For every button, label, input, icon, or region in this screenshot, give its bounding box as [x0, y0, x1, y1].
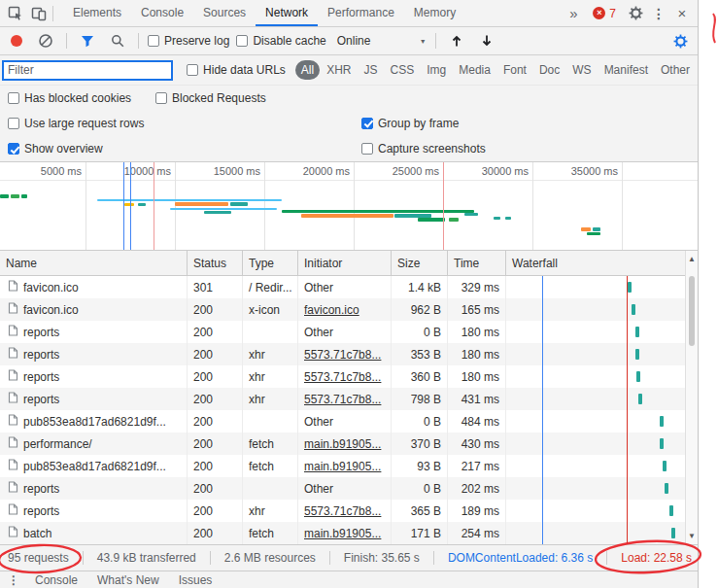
device-toolbar-icon[interactable] [27, 3, 51, 24]
request-initiator[interactable]: main.b91905... [298, 522, 392, 544]
filter-funnel-icon[interactable] [76, 30, 99, 52]
column-header-size[interactable]: Size [392, 251, 448, 275]
drawer-tab-console[interactable]: Console [25, 571, 87, 588]
tab-memory[interactable]: Memory [404, 0, 465, 26]
throttling-dropdown[interactable]: Online ▼ [337, 34, 427, 48]
overview-gridline [85, 162, 86, 250]
name-cell: reports [0, 388, 188, 410]
drawer-tab-issues[interactable]: Issues [169, 571, 222, 588]
scrollbar-thumb[interactable] [689, 276, 695, 346]
disable-cache-checkbox[interactable] [236, 35, 248, 47]
preserve-log-checkbox[interactable] [148, 35, 159, 47]
drawer-kebab-icon[interactable]: ⋮ [8, 573, 23, 587]
table-row[interactable]: favicon.ico 200 x-icon favicon.ico 962 B… [0, 298, 698, 321]
settings-gear-icon[interactable] [624, 3, 647, 24]
search-icon[interactable] [106, 30, 129, 52]
overview-time-label: 10000 ms [124, 165, 175, 177]
kebab-menu-icon[interactable]: ⋮ [647, 3, 670, 24]
record-button[interactable] [11, 35, 22, 47]
has-blocked-cookies-checkbox[interactable] [8, 92, 19, 104]
tab-console[interactable]: Console [131, 0, 193, 26]
more-tabs-icon[interactable]: » [562, 3, 585, 24]
tab-sources[interactable]: Sources [193, 0, 256, 26]
has-blocked-cookies-group[interactable]: Has blocked cookies [8, 91, 131, 105]
table-row[interactable]: reports 200 xhr 5573.71c7b8... 360 B 180… [0, 365, 698, 388]
inspect-element-icon[interactable] [4, 3, 27, 24]
use-large-request-rows-group[interactable]: Use large request rows [8, 117, 144, 130]
filter-pill-xhr[interactable]: XHR [321, 60, 357, 80]
filter-pill-other[interactable]: Other [655, 60, 696, 80]
group-by-frame-group[interactable]: Group by frame [361, 117, 459, 130]
capture-screenshots-group[interactable]: Capture screenshots [361, 142, 486, 156]
export-har-icon[interactable] [475, 30, 498, 52]
filter-pill-doc[interactable]: Doc [533, 60, 565, 80]
name-cell: pub853ea8d17ad6821d9f... [0, 410, 188, 432]
request-initiator[interactable]: main.b91905... [298, 455, 392, 477]
table-row[interactable]: pub853ea8d17ad6821d9f... 200 fetch main.… [0, 455, 698, 477]
filter-pill-manifest[interactable]: Manifest [598, 60, 654, 80]
filter-pill-ws[interactable]: WS [566, 60, 597, 80]
request-initiator[interactable]: 5573.71c7b8... [298, 388, 392, 410]
table-row[interactable]: pub853ea8d17ad6821d9f... 200 Other 0 B 4… [0, 410, 698, 432]
column-header-name[interactable]: Name [0, 251, 188, 275]
disable-cache-checkbox-group[interactable]: Disable cache [236, 34, 325, 48]
filter-pill-js[interactable]: JS [359, 60, 384, 80]
hide-data-urls-checkbox-group[interactable]: Hide data URLs [187, 63, 286, 77]
column-header-initiator[interactable]: Initiator [298, 251, 392, 275]
request-initiator[interactable]: 5573.71c7b8... [298, 343, 392, 365]
error-badge[interactable]: × 7 [585, 7, 624, 20]
blocked-requests-group[interactable]: Blocked Requests [155, 91, 266, 105]
tab-elements[interactable]: Elements [63, 0, 131, 26]
tab-network[interactable]: Network [256, 0, 318, 26]
scrollbar-down-icon[interactable]: ▼ [686, 532, 698, 540]
filter-pill-img[interactable]: Img [421, 60, 452, 80]
table-row[interactable]: reports 200 xhr 5573.71c7b8... 365 B 189… [0, 500, 698, 522]
scrollbar-up-icon[interactable]: ▲ [686, 255, 698, 263]
filter-pill-media[interactable]: Media [453, 60, 496, 80]
group-by-frame-checkbox[interactable] [361, 118, 373, 129]
request-initiator[interactable]: favicon.ico [298, 298, 392, 321]
request-name: favicon.ico [23, 281, 79, 294]
hide-data-urls-label: Hide data URLs [203, 63, 286, 77]
import-har-icon[interactable] [445, 30, 468, 52]
table-row[interactable]: performance/ 200 fetch main.b91905... 37… [0, 432, 698, 455]
table-row[interactable]: reports 200 xhr 5573.71c7b8... 798 B 431… [0, 388, 698, 410]
name-cell: reports [0, 365, 188, 388]
filter-pill-css[interactable]: CSS [385, 60, 421, 80]
show-overview-group[interactable]: Show overview [8, 142, 103, 156]
table-row[interactable]: reports 200 xhr 5573.71c7b8... 353 B 180… [0, 343, 698, 365]
column-header-waterfall[interactable]: Waterfall [506, 251, 688, 275]
filter-input[interactable] [2, 60, 173, 81]
network-settings-gear-icon[interactable] [668, 30, 692, 52]
drawer-tab-what-s-new[interactable]: What's New [87, 571, 169, 588]
column-header-time[interactable]: Time [448, 251, 506, 275]
use-large-request-rows-checkbox[interactable] [8, 118, 19, 129]
show-overview-checkbox[interactable] [8, 143, 19, 155]
filter-pill-font[interactable]: Font [497, 60, 532, 80]
overview-label-divider [0, 180, 698, 181]
clear-icon[interactable] [34, 30, 57, 52]
hide-data-urls-checkbox[interactable] [187, 64, 198, 76]
overview-bar [124, 203, 134, 206]
table-row[interactable]: reports 200 Other 0 B 180 ms [0, 321, 698, 343]
close-icon[interactable]: × [670, 3, 694, 24]
column-header-type[interactable]: Type [243, 251, 298, 275]
overview-time-label: 35000 ms [571, 165, 622, 177]
blocked-requests-checkbox[interactable] [155, 92, 167, 104]
table-row[interactable]: batch 200 fetch main.b91905... 171 B 254… [0, 522, 698, 544]
overview-event-line [130, 162, 131, 250]
tab-performance[interactable]: Performance [318, 0, 404, 26]
request-initiator[interactable]: 5573.71c7b8... [298, 500, 392, 522]
request-name: favicon.ico [23, 303, 79, 317]
filter-pill-all[interactable]: All [295, 60, 320, 80]
table-row[interactable]: favicon.ico 301 / Redir... Other 1.4 kB … [0, 276, 698, 298]
network-overview-timeline[interactable]: 5000 ms10000 ms15000 ms20000 ms25000 ms3… [0, 162, 698, 251]
column-header-status[interactable]: Status [188, 251, 243, 275]
capture-screenshots-checkbox[interactable] [361, 143, 373, 155]
preserve-log-label: Preserve log [164, 34, 229, 48]
request-initiator[interactable]: main.b91905... [298, 432, 392, 455]
table-row[interactable]: reports 200 Other 0 B 202 ms [0, 477, 698, 500]
vertical-scrollbar[interactable]: ▲ ▼ [685, 251, 698, 544]
request-initiator[interactable]: 5573.71c7b8... [298, 365, 392, 388]
preserve-log-checkbox-group[interactable]: Preserve log [148, 34, 229, 48]
